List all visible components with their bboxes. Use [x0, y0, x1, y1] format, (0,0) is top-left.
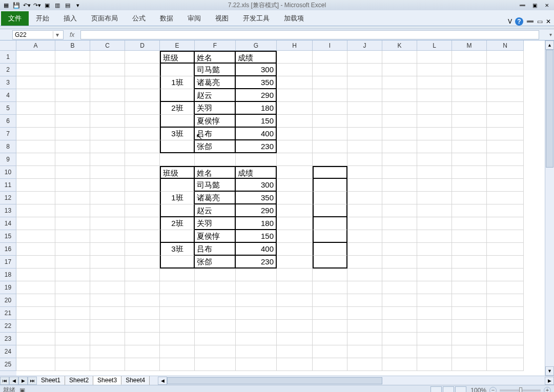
cell-K3[interactable] — [382, 76, 417, 89]
tab-review[interactable]: 审阅 — [180, 11, 208, 26]
cell-B4[interactable] — [55, 89, 90, 102]
qat-icon3[interactable]: ▤ — [64, 1, 72, 9]
cell-M17[interactable] — [452, 256, 487, 269]
cell-N19[interactable] — [487, 281, 524, 294]
cell-N21[interactable] — [487, 307, 524, 320]
col-header-G[interactable]: G — [236, 40, 277, 51]
cell-K16[interactable] — [382, 243, 417, 256]
cell-F17[interactable]: 张郃 — [195, 256, 236, 269]
cell-F19[interactable] — [195, 281, 236, 294]
cell-K4[interactable] — [382, 89, 417, 102]
row-header-16[interactable]: 16 — [0, 243, 16, 256]
cell-F5[interactable]: 关羽 — [195, 102, 236, 115]
cell-M8[interactable] — [452, 140, 487, 153]
cell-J24[interactable] — [347, 345, 382, 358]
cell-C24[interactable] — [90, 345, 125, 358]
cell-C21[interactable] — [90, 307, 125, 320]
cell-H11[interactable] — [277, 179, 313, 192]
cell-J10[interactable] — [347, 166, 382, 179]
cell-H10[interactable] — [277, 166, 313, 179]
cell-F1[interactable]: 姓名 — [195, 51, 236, 64]
cell-I15[interactable] — [313, 230, 347, 243]
cell-D12[interactable] — [125, 192, 160, 204]
sheet-nav-first-icon[interactable]: ⏮ — [0, 377, 9, 385]
cell-A22[interactable] — [16, 320, 55, 333]
cell-B20[interactable] — [55, 294, 90, 307]
col-header-D[interactable]: D — [125, 40, 160, 51]
cell-G5[interactable]: 180 — [236, 102, 277, 115]
row-header-23[interactable]: 23 — [0, 333, 16, 345]
doc-close-icon[interactable]: ✕ — [546, 18, 551, 25]
cell-F8[interactable]: 张郃 — [195, 140, 236, 153]
cell-F16[interactable]: 吕布 — [195, 243, 236, 256]
row-header-9[interactable]: 9 — [0, 153, 16, 166]
cell-K13[interactable] — [382, 204, 417, 217]
cell-D3[interactable] — [125, 76, 160, 89]
cell-B11[interactable] — [55, 179, 90, 192]
cell-J18[interactable] — [347, 269, 382, 281]
cell-C12[interactable] — [90, 192, 125, 204]
cell-G20[interactable] — [236, 294, 277, 307]
col-header-A[interactable]: A — [16, 40, 55, 51]
col-header-J[interactable]: J — [347, 40, 382, 51]
cell-M12[interactable] — [452, 192, 487, 204]
zoom-out-icon[interactable]: − — [489, 387, 497, 393]
cell-I12[interactable] — [313, 192, 347, 204]
undo-icon[interactable]: ↶▾ — [23, 1, 31, 9]
cell-J19[interactable] — [347, 281, 382, 294]
cell-M11[interactable] — [452, 179, 487, 192]
cell-C20[interactable] — [90, 294, 125, 307]
cell-J12[interactable] — [347, 192, 382, 204]
cell-A2[interactable] — [16, 64, 55, 76]
cell-G6[interactable]: 150 — [236, 115, 277, 128]
cell-I17[interactable] — [313, 256, 347, 269]
cell-N1[interactable] — [487, 51, 524, 64]
sheet-nav-last-icon[interactable]: ⏭ — [28, 377, 37, 385]
cell-E18[interactable] — [160, 269, 195, 281]
col-header-I[interactable]: I — [313, 40, 347, 51]
cell-D19[interactable] — [125, 281, 160, 294]
cell-K23[interactable] — [382, 333, 417, 345]
col-header-M[interactable]: M — [452, 40, 487, 51]
cell-N9[interactable] — [487, 153, 524, 166]
cell-D14[interactable] — [125, 217, 160, 230]
cell-M10[interactable] — [452, 166, 487, 179]
sheet-nav-next-icon[interactable]: ▶ — [18, 377, 28, 385]
row-header-12[interactable]: 12 — [0, 192, 16, 204]
cell-J1[interactable] — [347, 51, 382, 64]
cell-J20[interactable] — [347, 294, 382, 307]
cell-K2[interactable] — [382, 64, 417, 76]
cell-H18[interactable] — [277, 269, 313, 281]
cell-G13[interactable]: 290 — [236, 204, 277, 217]
cell-J15[interactable] — [347, 230, 382, 243]
cell-D9[interactable] — [125, 153, 160, 166]
cell-H12[interactable] — [277, 192, 313, 204]
cell-A6[interactable] — [16, 115, 55, 128]
cell-B6[interactable] — [55, 115, 90, 128]
cell-H9[interactable] — [277, 153, 313, 166]
cell-C11[interactable] — [90, 179, 125, 192]
cell-E19[interactable] — [160, 281, 195, 294]
cell-E2[interactable] — [160, 64, 195, 76]
cell-H22[interactable] — [277, 320, 313, 333]
cell-F25[interactable] — [195, 358, 236, 371]
cell-J3[interactable] — [347, 76, 382, 89]
cell-B17[interactable] — [55, 256, 90, 269]
save-icon[interactable]: 💾 — [12, 1, 20, 9]
cell-I6[interactable] — [313, 115, 347, 128]
cell-J7[interactable] — [347, 128, 382, 140]
row-header-10[interactable]: 10 — [0, 166, 16, 179]
zoom-slider[interactable] — [500, 389, 541, 391]
cell-G1[interactable]: 成绩 — [236, 51, 277, 64]
cell-B16[interactable] — [55, 243, 90, 256]
cell-D10[interactable] — [125, 166, 160, 179]
cell-K12[interactable] — [382, 192, 417, 204]
cell-K22[interactable] — [382, 320, 417, 333]
cell-C4[interactable] — [90, 89, 125, 102]
cell-K11[interactable] — [382, 179, 417, 192]
cell-B5[interactable] — [55, 102, 90, 115]
cell-K10[interactable] — [382, 166, 417, 179]
cell-M9[interactable] — [452, 153, 487, 166]
cell-K6[interactable] — [382, 115, 417, 128]
cell-F3[interactable]: 诸葛亮 — [195, 76, 236, 89]
